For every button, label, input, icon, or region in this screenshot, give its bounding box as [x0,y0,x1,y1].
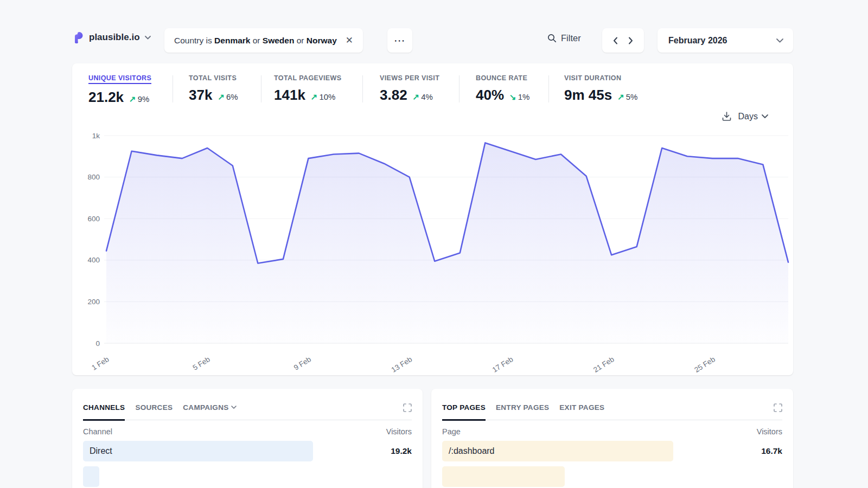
stat-total-visits[interactable]: TOTAL VISITS 37k ↗6% [189,74,238,104]
tab-sources[interactable]: SOURCES [135,403,173,421]
stat-divider [459,75,459,102]
page-row-partial[interactable] [442,466,782,487]
y-axis-label: 200 [87,298,100,306]
y-axis-label: 400 [87,256,100,264]
x-axis-label: 13 Feb [390,355,414,374]
x-axis-label: 25 Feb [693,355,717,374]
page-row-dashboard[interactable]: /:dashboard 16.7k [442,441,782,461]
top-stats-row: UNIQUE VISITORS 21.2k ↗9% TOTAL VISITS 3… [72,63,793,107]
chart-interval-controls: Days [722,111,768,121]
page-label[interactable]: /:dashboard [442,446,495,456]
tab-entry-pages[interactable]: ENTRY PAGES [496,403,549,421]
stat-total-pageviews[interactable]: TOTAL PAGEVIEWS 141k ↗10% [274,74,342,104]
filter-chip-text: Country is Denmark or Sweden or Norway [174,36,337,46]
visitors-card: UNIQUE VISITORS 21.2k ↗9% TOTAL VISITS 3… [72,63,793,375]
tab-channels[interactable]: CHANNELS [83,403,125,421]
stat-visit-duration[interactable]: VISIT DURATION 9m 45s ↗5% [564,74,637,104]
next-period-button[interactable] [628,37,633,44]
y-axis-label: 800 [87,173,100,181]
remove-filter-icon[interactable]: ✕ [346,36,353,45]
tab-campaigns[interactable]: CAMPAIGNS [183,403,237,421]
page-bar [442,466,565,487]
pages-panel: TOP PAGES ENTRY PAGES EXIT PAGES Page Vi… [431,389,793,488]
filter-button-label: Filter [561,33,581,43]
expand-icon[interactable] [403,403,412,412]
country-filter-chip[interactable]: Country is Denmark or Sweden or Norway ✕ [164,28,363,53]
column-header-dim: Page [442,427,461,436]
search-icon [547,34,557,43]
download-icon[interactable] [722,111,732,121]
site-picker[interactable]: plausible.io [72,31,151,43]
trend-up-icon: ↗ [129,94,136,104]
y-axis-label: 600 [87,215,100,223]
stat-divider [173,75,173,102]
trend-up-icon: ↗ [413,92,420,102]
campaigns-chevron-down-icon [231,406,237,409]
more-options-button[interactable]: ⋯ [387,28,412,53]
column-header-metric: Visitors [757,427,782,436]
column-header-metric: Visitors [386,427,412,436]
date-nav [602,28,644,53]
expand-icon[interactable] [774,403,782,412]
channels-tabs: CHANNELS SOURCES CAMPAIGNS [83,389,412,420]
stat-divider [548,75,549,102]
date-range-label: February 2026 [668,36,727,46]
visitors-chart: 02004006008001k1 Feb5 Feb9 Feb13 Feb17 F… [72,126,793,375]
x-axis-label: 1 Feb [90,355,110,372]
date-chevron-down-icon [776,38,783,43]
y-axis-label: 0 [95,339,100,348]
channel-label[interactable]: Direct [83,446,112,456]
stat-views-per-visit[interactable]: VIEWS PER VISIT 3.82 ↗4% [380,74,439,104]
visitors-chart-area[interactable]: 02004006008001k1 Feb5 Feb9 Feb13 Feb17 F… [72,126,793,375]
trend-down-icon: ↘ [509,92,516,102]
date-range-picker[interactable]: February 2026 [658,28,793,53]
pages-column-headers: Page Visitors [442,427,782,436]
channel-visitors: 19.2k [391,446,412,456]
tab-top-pages[interactable]: TOP PAGES [442,403,486,421]
ellipsis-icon: ⋯ [394,34,406,47]
x-axis-label: 21 Feb [592,355,616,374]
page-visitors: 16.7k [761,446,782,456]
x-axis-label: 9 Feb [292,355,312,372]
channels-panel: CHANNELS SOURCES CAMPAIGNS Channel Visit… [72,389,423,488]
site-name: plausible.io [89,32,140,43]
trend-up-icon: ↗ [311,92,318,102]
plausible-logo-icon [72,31,84,43]
chart-area-fill [106,143,788,343]
interval-dropdown[interactable]: Days [738,112,768,121]
channel-bar [83,441,313,461]
top-bar: plausible.io Country is Denmark or Swede… [0,0,868,54]
stat-divider [261,75,261,102]
prev-period-button[interactable] [613,37,618,44]
pages-tabs: TOP PAGES ENTRY PAGES EXIT PAGES [442,389,782,420]
filter-button[interactable]: Filter [547,33,581,43]
channel-bar [83,466,99,487]
trend-up-icon: ↗ [617,92,624,102]
trend-up-icon: ↗ [218,92,225,102]
stat-bounce-rate[interactable]: BOUNCE RATE 40% ↘1% [476,74,529,104]
x-axis-label: 5 Feb [192,355,212,372]
interval-label: Days [738,112,758,121]
stat-unique-visitors[interactable]: UNIQUE VISITORS 21.2k ↗9% [88,74,151,106]
y-axis-label: 1k [92,132,100,140]
column-header-dim: Channel [83,427,112,436]
tab-exit-pages[interactable]: EXIT PAGES [559,403,604,421]
channels-column-headers: Channel Visitors [83,427,412,436]
site-chevron-down-icon [145,36,151,40]
channel-row-direct[interactable]: Direct 19.2k [83,441,412,461]
stat-divider [362,75,363,102]
interval-chevron-down-icon [762,114,768,119]
x-axis-label: 17 Feb [491,355,515,374]
channel-row-partial[interactable] [83,466,412,487]
